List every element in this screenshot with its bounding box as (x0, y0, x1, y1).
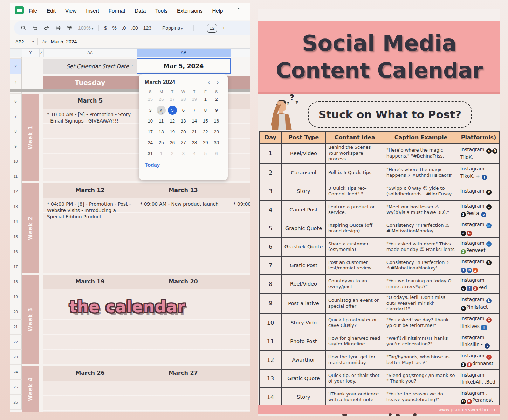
date-cell-31[interactable]: 31 (145, 148, 156, 159)
font-selector[interactable]: Poppins▾ (162, 25, 188, 31)
date-cell-5[interactable]: 5 (200, 148, 211, 159)
date-cell-3[interactable]: 3 (178, 148, 189, 159)
date-cell-18[interactable]: 18 (156, 126, 167, 137)
row-header-13[interactable]: 13 (10, 199, 22, 214)
search-icon[interactable] (20, 25, 27, 31)
column-header-ac[interactable] (231, 49, 250, 57)
previous-month-icon[interactable]: ‹ (204, 79, 213, 85)
date-cell-6[interactable]: 6 (211, 148, 222, 159)
date-cell-16[interactable]: 16 (211, 115, 222, 126)
font-size-input[interactable]: 12 (207, 24, 217, 33)
event-march-13-partial[interactable]: * 09:00 (233, 201, 250, 207)
increase-decimal-button[interactable]: .00 (131, 25, 138, 31)
date-cell-30[interactable]: 30 (211, 137, 222, 148)
row-header-25[interactable]: 25 (10, 380, 22, 395)
date-cell-25[interactable]: 25 (156, 137, 167, 148)
more-formats-button[interactable]: 123 (143, 25, 151, 31)
row-header-11[interactable]: 11 (10, 169, 22, 184)
zoom-control[interactable]: 100%▾ (78, 25, 93, 31)
menu-item-data[interactable]: Data (135, 8, 146, 14)
row-header-9[interactable]: 9 (10, 139, 22, 154)
cell-march-12[interactable]: March 12 (43, 187, 137, 194)
row-header-12[interactable]: 12 (10, 184, 22, 199)
menu-item-file[interactable]: File (29, 8, 37, 14)
cell-march-19[interactable]: March 19 (43, 278, 137, 285)
event-march-5[interactable]: * 10:00 AM - [9] - Promotion - Story - E… (47, 111, 133, 124)
column-header-y[interactable]: Y (22, 49, 40, 57)
increase-font-size-button[interactable]: + (222, 25, 225, 31)
date-cell-14[interactable]: 14 (189, 115, 200, 126)
row-header-10[interactable]: 10 (10, 154, 22, 169)
print-icon[interactable] (55, 25, 61, 31)
date-cell-2[interactable]: 2 (211, 94, 222, 105)
event-march-13[interactable]: * 09:00 AM - New product launch (140, 201, 226, 207)
date-cell-25[interactable]: 25 (145, 94, 156, 105)
date-cell-9[interactable]: 9 (211, 105, 222, 115)
menu-item-extensions[interactable]: Extensions (177, 8, 202, 14)
date-cell-28[interactable]: 28 (178, 94, 189, 105)
date-cell-10[interactable]: 10 (145, 115, 156, 126)
row-header-15[interactable]: 15 (10, 229, 22, 244)
row-header-6[interactable]: 6 (10, 94, 22, 109)
date-cell-21[interactable]: 21 (189, 126, 200, 137)
cell-march-20[interactable]: March 20 (137, 278, 230, 285)
menu-item-edit[interactable]: Edit (47, 8, 56, 14)
formula-input[interactable]: Mar 5, 2024 (51, 39, 77, 44)
paint-format-icon[interactable] (67, 25, 73, 31)
row-header-7[interactable]: 7 (10, 109, 22, 124)
week-3-band[interactable]: Week 3 (22, 275, 39, 364)
date-cell-20[interactable]: 20 (178, 126, 189, 137)
format-currency-button[interactable]: $ (104, 25, 107, 31)
date-cell-19[interactable]: 19 (167, 126, 178, 137)
cell-march-5[interactable]: March 5 (43, 97, 137, 104)
row-header-23[interactable]: 23 (10, 350, 22, 365)
date-cell-13[interactable]: 13 (178, 115, 189, 126)
row-header-26[interactable]: 26 (10, 395, 22, 410)
date-cell-27[interactable]: 27 (167, 94, 178, 105)
name-box[interactable]: AB2 (15, 39, 32, 44)
format-percent-button[interactable]: % (112, 25, 116, 31)
redo-icon[interactable] (43, 25, 50, 31)
week-1-band[interactable]: Week 1 (22, 94, 39, 181)
row-header-4[interactable]: 4 (10, 76, 22, 89)
date-cell-28[interactable]: 28 (189, 137, 200, 148)
decrease-font-size-button[interactable]: − (199, 25, 202, 31)
menu-item-format[interactable]: Format (109, 8, 125, 14)
date-cell-27[interactable]: 27 (178, 137, 189, 148)
row-header-22[interactable]: 22 (10, 335, 22, 350)
column-header-ab[interactable]: AB (137, 49, 231, 57)
date-cell-12[interactable]: 12 (167, 115, 178, 126)
row-header-21[interactable]: 21 (10, 320, 22, 335)
date-cell-17[interactable]: 17 (145, 126, 156, 137)
date-cell-1[interactable]: 1 (156, 148, 167, 159)
menu-item-tools[interactable]: Tools (155, 8, 167, 14)
cell-march-27[interactable]: March 27 (137, 370, 230, 376)
date-cell-15[interactable]: 15 (200, 115, 211, 126)
cell-march-13[interactable]: March 13 (137, 187, 230, 194)
date-cell-11[interactable]: 11 (156, 115, 167, 126)
row-header-17[interactable]: 17 (10, 259, 22, 274)
row-header-24[interactable]: 24 (10, 365, 22, 380)
menu-item-help[interactable]: Help (212, 8, 223, 14)
row-header-2[interactable]: 2 (10, 59, 22, 74)
cell-start-date-label[interactable]: Set Calendar Start Date : (43, 59, 137, 74)
undo-icon[interactable] (32, 25, 38, 31)
select-all-corner[interactable] (10, 49, 22, 57)
row-header-19[interactable]: 19 (10, 289, 22, 304)
name-box-caret-icon[interactable]: ▾ (32, 40, 34, 43)
date-cell-4[interactable]: 4 (189, 148, 200, 159)
date-cell-26[interactable]: 26 (156, 94, 167, 105)
event-march-12[interactable]: * 04:00 PM - [8] - Promotion - Post - We… (47, 201, 133, 220)
column-header-aa[interactable]: AA (43, 49, 137, 57)
cell-start-date-value-selected[interactable]: Mar 5, 2024 (137, 58, 231, 74)
date-cell-6[interactable]: 6 (178, 105, 189, 115)
row-header-8[interactable]: 8 (10, 124, 22, 139)
date-cell-1[interactable]: 1 (200, 94, 211, 105)
cell-march-26[interactable]: March 26 (43, 370, 137, 376)
date-cell-29[interactable]: 29 (189, 94, 200, 105)
next-month-icon[interactable]: › (213, 79, 222, 85)
menu-item-insert[interactable]: Insert (86, 8, 99, 14)
row-header-20[interactable]: 20 (10, 304, 22, 320)
menu-item-view[interactable]: View (65, 8, 76, 14)
row-header-18[interactable]: 18 (10, 274, 22, 289)
